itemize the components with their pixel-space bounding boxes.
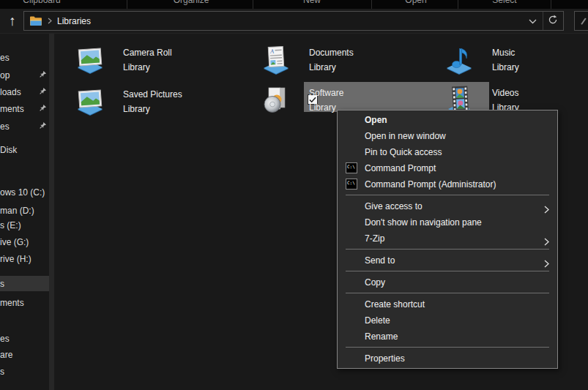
ribbon-group-organize[interactable]: Organize xyxy=(174,0,209,5)
context-menu: Open Open in new window Pin to Quick acc… xyxy=(337,110,558,369)
sidebar-item-lib-documents[interactable]: ments xyxy=(0,295,49,310)
sidebar-item-label: ive (G:) xyxy=(0,237,29,247)
ribbon-group-clipboard[interactable]: Clipboard xyxy=(23,0,60,5)
item-name: Music xyxy=(492,45,519,60)
sidebar-item-libraries[interactable]: s xyxy=(0,276,49,291)
menu-item-label: Open xyxy=(365,115,387,125)
menu-item-dont-show-in-navigation-pane[interactable]: Don't show in navigation pane xyxy=(338,214,557,230)
up-button[interactable]: ↑ xyxy=(3,11,22,30)
sidebar-item-label: ments xyxy=(0,104,24,114)
address-dropdown-button[interactable] xyxy=(523,12,543,30)
sidebar-item-lib-software[interactable]: are xyxy=(0,347,49,362)
menu-item-command-prompt[interactable]: C:\ Command Prompt xyxy=(338,160,557,176)
sidebar-item-pictures[interactable]: es xyxy=(0,119,49,134)
menu-item-label: Command Prompt (Administrator) xyxy=(365,179,496,190)
ribbon-divider xyxy=(458,0,458,9)
menu-item-copy[interactable]: Copy xyxy=(338,274,557,290)
sidebar-item-label: man (D:) xyxy=(0,206,34,216)
library-tile-music[interactable]: Music Library xyxy=(442,43,588,77)
ribbon-group-new[interactable]: New xyxy=(303,0,321,5)
picture-library-icon xyxy=(73,43,107,77)
sidebar-item-lib-pictures[interactable]: es xyxy=(0,331,49,346)
item-name: Saved Pictures xyxy=(123,87,182,102)
menu-item-label: Create shortcut xyxy=(365,299,425,310)
menu-item-properties[interactable]: Properties xyxy=(338,350,557,367)
menu-item-label: Open in new window xyxy=(365,131,446,141)
chevron-right-icon xyxy=(48,18,52,24)
address-bar[interactable]: Libraries xyxy=(23,11,564,31)
pin-icon xyxy=(39,121,47,132)
sidebar-item-drive-e[interactable]: s (E:) xyxy=(0,217,49,233)
submenu-arrow-icon xyxy=(544,235,549,251)
sidebar-item-desktop[interactable]: op xyxy=(0,67,49,83)
item-type: Library xyxy=(123,102,182,116)
sidebar-item-label: op xyxy=(0,70,10,80)
sidebar-item-label: ments xyxy=(0,298,24,308)
ribbon-divider xyxy=(253,0,253,9)
menu-item-label: Command Prompt xyxy=(365,163,436,173)
menu-item-7zip[interactable]: 7-Zip xyxy=(338,230,557,247)
sidebar-item-label: are xyxy=(0,350,12,360)
sidebar-item-documents[interactable]: ments xyxy=(0,101,49,116)
sidebar-item-drive-d[interactable]: man (D:) xyxy=(0,203,49,218)
item-type: Library xyxy=(309,60,354,75)
music-library-icon xyxy=(442,43,476,77)
breadcrumb[interactable]: Libraries xyxy=(57,16,91,26)
software-library-icon xyxy=(259,83,293,117)
menu-item-label: Send to xyxy=(365,255,395,266)
svg-text:A: A xyxy=(269,48,274,55)
item-type: Library xyxy=(123,60,172,75)
sidebar-item-drive-h[interactable]: rive (H:) xyxy=(0,251,49,266)
sidebar-item-drive-g[interactable]: ive (G:) xyxy=(0,234,49,250)
refresh-button[interactable] xyxy=(543,12,562,30)
up-arrow-icon: ↑ xyxy=(9,14,16,28)
menu-item-pin-to-quick-access[interactable]: Pin to Quick access xyxy=(338,144,557,160)
menu-item-create-shortcut[interactable]: Create shortcut xyxy=(338,296,557,312)
navigation-pane: es op loads ments es Disk ows 10 (C:) ma… xyxy=(0,34,49,390)
menu-item-label: Don't show in navigation pane xyxy=(365,217,482,228)
pin-icon xyxy=(39,104,47,114)
sidebar-item-downloads[interactable]: loads xyxy=(0,84,49,100)
sidebar-item-label: s xyxy=(0,367,4,377)
pin-icon xyxy=(39,87,47,97)
menu-item-open[interactable]: Open xyxy=(338,112,557,128)
item-name: Camera Roll xyxy=(123,45,172,60)
menu-item-send-to[interactable]: Send to xyxy=(338,252,557,269)
menu-item-rename[interactable]: Rename xyxy=(338,329,557,345)
sidebar-item-label: Disk xyxy=(0,145,17,155)
command-prompt-icon: C:\ xyxy=(346,179,357,190)
sidebar-scrollbar[interactable] xyxy=(49,34,54,390)
sidebar-item-label: es xyxy=(0,334,10,344)
sidebar-item-label: rive (H:) xyxy=(0,254,31,264)
ribbon-group-open[interactable]: Open xyxy=(405,0,426,5)
sidebar-item-drive-c[interactable]: ows 10 (C:) xyxy=(0,184,49,200)
menu-separator xyxy=(346,195,549,195)
library-tile-camera-roll[interactable]: Camera Roll Library xyxy=(73,43,256,77)
menu-separator xyxy=(346,293,549,293)
search-box[interactable] xyxy=(574,11,588,31)
sidebar-item-local-disk[interactable]: Disk xyxy=(0,142,49,157)
sidebar-item-quick-access[interactable]: es xyxy=(0,50,49,65)
ribbon-group-select[interactable]: Select xyxy=(492,0,516,5)
menu-separator xyxy=(346,249,549,250)
submenu-arrow-icon xyxy=(544,257,549,273)
sidebar-item-lib-videos[interactable]: s xyxy=(0,364,49,379)
navigation-bar: ↑ Libraries xyxy=(0,9,588,33)
picture-library-icon xyxy=(73,85,107,119)
document-library-icon: A xyxy=(259,43,293,77)
sidebar-item-label: loads xyxy=(0,87,21,97)
menu-item-label: Rename xyxy=(365,331,398,342)
chevron-down-icon xyxy=(529,16,537,26)
ribbon-divider xyxy=(127,0,127,9)
menu-item-open-in-new-window[interactable]: Open in new window xyxy=(338,128,557,144)
menu-item-label: Properties xyxy=(365,353,405,364)
menu-item-give-access-to[interactable]: Give access to xyxy=(338,198,557,214)
ribbon-divider xyxy=(551,0,551,9)
library-tile-documents[interactable]: A Documents Library xyxy=(259,43,442,77)
ribbon-strip: Clipboard Organize New Open Select xyxy=(0,0,588,9)
library-tile-saved-pictures[interactable]: Saved Pictures Library xyxy=(73,85,256,119)
sidebar-item-label: es xyxy=(0,121,10,132)
menu-item-delete[interactable]: Delete xyxy=(338,312,557,329)
sidebar-item-label: s (E:) xyxy=(0,220,21,230)
menu-item-command-prompt-admin[interactable]: C:\ Command Prompt (Administrator) xyxy=(338,176,557,192)
